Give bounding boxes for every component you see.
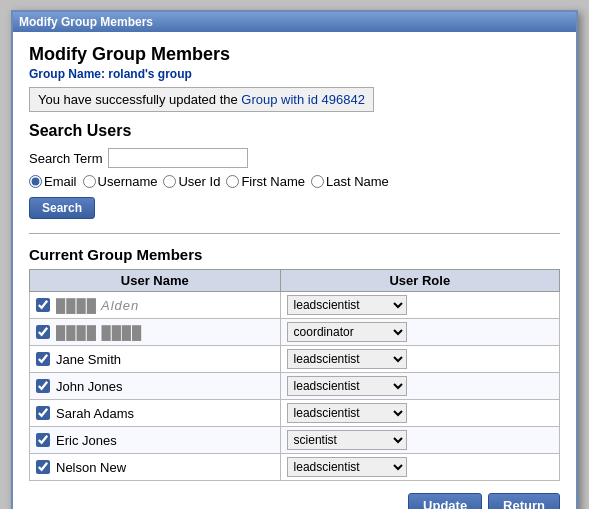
- table-row: Eric Jonesleadscientistcoordinatorscient…: [30, 427, 560, 454]
- radio-userid-label: User Id: [178, 174, 220, 189]
- member-name: John Jones: [56, 379, 123, 394]
- user-role-cell: leadscientistcoordinatorscientistobserve…: [280, 373, 559, 400]
- member-name: Nelson New: [56, 460, 126, 475]
- checkbox-cell: Nelson New: [36, 460, 274, 475]
- radio-email: Email: [29, 174, 77, 189]
- radio-lastname-input[interactable]: [311, 175, 324, 188]
- table-row: Sarah Adamsleadscientistcoordinatorscien…: [30, 400, 560, 427]
- user-name-cell: Sarah Adams: [30, 400, 281, 427]
- radio-firstname: First Name: [226, 174, 305, 189]
- main-window: Modify Group Members Modify Group Member…: [11, 10, 578, 509]
- member-checkbox[interactable]: [36, 325, 50, 339]
- checkbox-cell: John Jones: [36, 379, 274, 394]
- search-radio-row: Email Username User Id First Name Last N…: [29, 174, 560, 189]
- table-row: John Jonesleadscientistcoordinatorscient…: [30, 373, 560, 400]
- table-row: Jane Smithleadscientistcoordinatorscient…: [30, 346, 560, 373]
- members-table: User Name User Role ████ Aldenleadscient…: [29, 269, 560, 481]
- radio-username: Username: [83, 174, 158, 189]
- member-name: ████ Alden: [56, 298, 139, 313]
- search-section-title: Search Users: [29, 122, 560, 140]
- role-select[interactable]: leadscientistcoordinatorscientistobserve…: [287, 430, 407, 450]
- member-checkbox[interactable]: [36, 298, 50, 312]
- member-checkbox[interactable]: [36, 379, 50, 393]
- window-title: Modify Group Members: [19, 15, 153, 29]
- table-row: ████ Aldenleadscientistcoordinatorscient…: [30, 292, 560, 319]
- checkbox-cell: ████ ████: [36, 325, 274, 340]
- update-button[interactable]: Update: [408, 493, 482, 509]
- role-select[interactable]: leadscientistcoordinatorscientistobserve…: [287, 322, 407, 342]
- role-select[interactable]: leadscientistcoordinatorscientistobserve…: [287, 376, 407, 396]
- radio-lastname-label: Last Name: [326, 174, 389, 189]
- user-role-cell: leadscientistcoordinatorscientistobserve…: [280, 400, 559, 427]
- success-message: You have successfully updated the Group …: [29, 87, 374, 112]
- user-name-cell: ████ ████: [30, 319, 281, 346]
- search-term-label: Search Term: [29, 151, 102, 166]
- window-titlebar: Modify Group Members: [13, 12, 576, 32]
- search-button[interactable]: Search: [29, 197, 95, 219]
- role-select[interactable]: leadscientistcoordinatorscientistobserve…: [287, 403, 407, 423]
- member-checkbox[interactable]: [36, 433, 50, 447]
- user-name-cell: Eric Jones: [30, 427, 281, 454]
- member-checkbox[interactable]: [36, 460, 50, 474]
- member-name: ████ ████: [56, 325, 142, 340]
- checkbox-cell: ████ Alden: [36, 298, 274, 313]
- user-role-cell: leadscientistcoordinatorscientistobserve…: [280, 292, 559, 319]
- success-link[interactable]: Group with id 496842: [241, 92, 365, 107]
- checkbox-cell: Eric Jones: [36, 433, 274, 448]
- checkbox-cell: Sarah Adams: [36, 406, 274, 421]
- return-button[interactable]: Return: [488, 493, 560, 509]
- radio-username-label: Username: [98, 174, 158, 189]
- user-role-cell: leadscientistcoordinatorscientistobserve…: [280, 346, 559, 373]
- role-select[interactable]: leadscientistcoordinatorscientistobserve…: [287, 457, 407, 477]
- member-name: Jane Smith: [56, 352, 121, 367]
- search-input[interactable]: [108, 148, 248, 168]
- members-section-title: Current Group Members: [29, 246, 560, 263]
- role-select[interactable]: leadscientistcoordinatorscientistobserve…: [287, 349, 407, 369]
- radio-firstname-label: First Name: [241, 174, 305, 189]
- window-content: Modify Group Members Group Name: roland'…: [13, 32, 576, 509]
- radio-userid: User Id: [163, 174, 220, 189]
- member-checkbox[interactable]: [36, 352, 50, 366]
- col-userrole: User Role: [280, 270, 559, 292]
- search-section: Search Users Search Term Email Username …: [29, 122, 560, 219]
- radio-userid-input[interactable]: [163, 175, 176, 188]
- table-row: ████ ████leadscientistcoordinatorscienti…: [30, 319, 560, 346]
- radio-firstname-input[interactable]: [226, 175, 239, 188]
- checkbox-cell: Jane Smith: [36, 352, 274, 367]
- role-select[interactable]: leadscientistcoordinatorscientistobserve…: [287, 295, 407, 315]
- member-name: Eric Jones: [56, 433, 117, 448]
- success-prefix: You have successfully updated the: [38, 92, 241, 107]
- member-name: Sarah Adams: [56, 406, 134, 421]
- radio-email-label: Email: [44, 174, 77, 189]
- radio-email-input[interactable]: [29, 175, 42, 188]
- search-term-row: Search Term: [29, 148, 560, 168]
- page-title: Modify Group Members: [29, 44, 560, 65]
- user-name-cell: Jane Smith: [30, 346, 281, 373]
- table-row: Nelson Newleadscientistcoordinatorscient…: [30, 454, 560, 481]
- group-name-line: Group Name: roland's group: [29, 67, 560, 81]
- radio-username-input[interactable]: [83, 175, 96, 188]
- user-role-cell: leadscientistcoordinatorscientistobserve…: [280, 319, 559, 346]
- section-divider: [29, 233, 560, 234]
- footer-row: Update Return: [29, 493, 560, 509]
- user-name-cell: John Jones: [30, 373, 281, 400]
- user-role-cell: leadscientistcoordinatorscientistobserve…: [280, 454, 559, 481]
- radio-lastname: Last Name: [311, 174, 389, 189]
- user-role-cell: leadscientistcoordinatorscientistobserve…: [280, 427, 559, 454]
- user-name-cell: ████ Alden: [30, 292, 281, 319]
- user-name-cell: Nelson New: [30, 454, 281, 481]
- member-checkbox[interactable]: [36, 406, 50, 420]
- col-username: User Name: [30, 270, 281, 292]
